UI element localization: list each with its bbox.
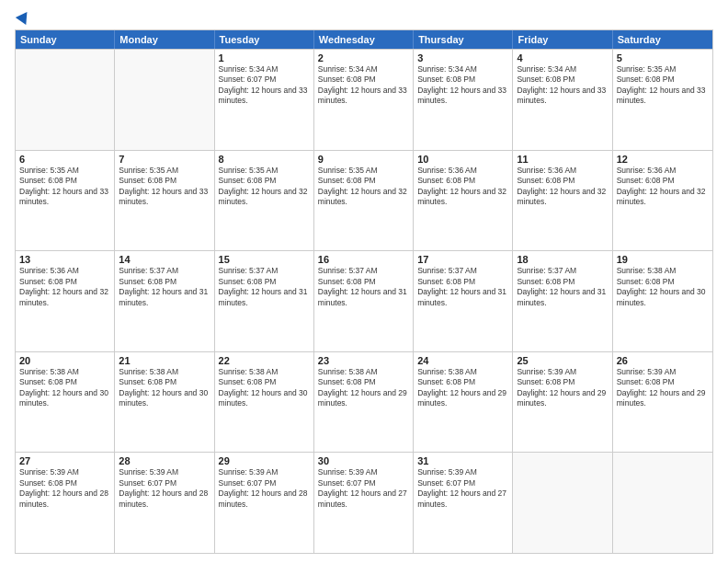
day-number: 6 (19, 154, 110, 165)
cal-cell: 12Sunrise: 5:36 AMSunset: 6:08 PMDayligh… (613, 151, 712, 251)
cal-cell: 11Sunrise: 5:36 AMSunset: 6:08 PMDayligh… (513, 151, 612, 251)
page: SundayMondayTuesdayWednesdayThursdayFrid… (0, 0, 728, 563)
cell-info: Sunrise: 5:39 AMSunset: 6:08 PMDaylight:… (617, 367, 709, 409)
cal-week-4: 20Sunrise: 5:38 AMSunset: 6:08 PMDayligh… (16, 351, 712, 453)
day-number: 11 (517, 154, 608, 165)
cal-header-sunday: Sunday (16, 30, 115, 49)
day-number: 9 (318, 154, 409, 165)
day-number: 14 (119, 254, 210, 265)
day-number: 29 (219, 455, 310, 466)
cal-cell: 22Sunrise: 5:38 AMSunset: 6:08 PMDayligh… (215, 352, 314, 453)
day-number: 13 (19, 254, 110, 265)
day-number: 28 (119, 455, 210, 466)
cal-header-tuesday: Tuesday (215, 30, 314, 49)
cal-header-monday: Monday (115, 30, 214, 49)
day-number: 10 (417, 154, 508, 165)
cell-info: Sunrise: 5:38 AMSunset: 6:08 PMDaylight:… (617, 266, 709, 308)
cell-info: Sunrise: 5:38 AMSunset: 6:08 PMDaylight:… (119, 367, 210, 409)
day-number: 2 (318, 52, 409, 63)
cell-info: Sunrise: 5:37 AMSunset: 6:08 PMDaylight:… (517, 266, 608, 308)
cell-info: Sunrise: 5:37 AMSunset: 6:08 PMDaylight:… (219, 266, 310, 308)
day-number: 27 (19, 455, 110, 466)
cal-cell (115, 50, 214, 150)
cal-header-saturday: Saturday (613, 30, 712, 49)
cal-cell: 23Sunrise: 5:38 AMSunset: 6:08 PMDayligh… (314, 352, 414, 453)
cell-info: Sunrise: 5:39 AMSunset: 6:08 PMDaylight:… (19, 467, 110, 510)
day-number: 21 (119, 355, 210, 366)
cell-info: Sunrise: 5:36 AMSunset: 6:08 PMDaylight:… (19, 266, 110, 308)
cal-cell: 18Sunrise: 5:37 AMSunset: 6:08 PMDayligh… (513, 251, 612, 351)
cell-info: Sunrise: 5:35 AMSunset: 6:08 PMDaylight:… (318, 166, 409, 208)
cal-cell: 3Sunrise: 5:34 AMSunset: 6:08 PMDaylight… (414, 50, 513, 150)
calendar-header-row: SundayMondayTuesdayWednesdayThursdayFrid… (16, 30, 712, 49)
calendar: SundayMondayTuesdayWednesdayThursdayFrid… (15, 29, 713, 554)
cal-header-thursday: Thursday (414, 30, 513, 49)
cal-cell: 1Sunrise: 5:34 AMSunset: 6:07 PMDaylight… (215, 50, 314, 150)
cell-info: Sunrise: 5:38 AMSunset: 6:08 PMDaylight:… (219, 367, 310, 409)
cell-info: Sunrise: 5:36 AMSunset: 6:08 PMDaylight:… (417, 166, 508, 208)
day-number: 30 (318, 455, 409, 466)
cal-week-2: 6Sunrise: 5:35 AMSunset: 6:08 PMDaylight… (16, 150, 712, 251)
cell-info: Sunrise: 5:39 AMSunset: 6:08 PMDaylight:… (517, 367, 608, 409)
cal-cell: 4Sunrise: 5:34 AMSunset: 6:08 PMDaylight… (513, 50, 612, 150)
cal-cell: 14Sunrise: 5:37 AMSunset: 6:08 PMDayligh… (115, 251, 214, 351)
cal-cell: 27Sunrise: 5:39 AMSunset: 6:08 PMDayligh… (16, 453, 115, 553)
day-number: 3 (417, 52, 508, 63)
cell-info: Sunrise: 5:37 AMSunset: 6:08 PMDaylight:… (119, 266, 210, 308)
day-number: 25 (517, 355, 608, 366)
cal-cell: 8Sunrise: 5:35 AMSunset: 6:08 PMDaylight… (215, 151, 314, 251)
cal-cell: 5Sunrise: 5:35 AMSunset: 6:08 PMDaylight… (613, 50, 712, 150)
cal-cell (613, 453, 712, 553)
cal-week-5: 27Sunrise: 5:39 AMSunset: 6:08 PMDayligh… (16, 452, 712, 553)
logo (15, 11, 30, 24)
day-number: 19 (617, 254, 709, 265)
cell-info: Sunrise: 5:38 AMSunset: 6:08 PMDaylight:… (19, 367, 110, 409)
cell-info: Sunrise: 5:37 AMSunset: 6:08 PMDaylight:… (417, 266, 508, 308)
cal-cell: 10Sunrise: 5:36 AMSunset: 6:08 PMDayligh… (414, 151, 513, 251)
cal-cell: 2Sunrise: 5:34 AMSunset: 6:08 PMDaylight… (314, 50, 414, 150)
cal-cell: 31Sunrise: 5:39 AMSunset: 6:07 PMDayligh… (414, 453, 513, 553)
day-number: 24 (417, 355, 508, 366)
cal-cell: 17Sunrise: 5:37 AMSunset: 6:08 PMDayligh… (414, 251, 513, 351)
day-number: 22 (219, 355, 310, 366)
cell-info: Sunrise: 5:35 AMSunset: 6:08 PMDaylight:… (119, 166, 210, 208)
cal-cell (513, 453, 612, 553)
cal-week-3: 13Sunrise: 5:36 AMSunset: 6:08 PMDayligh… (16, 250, 712, 351)
cell-info: Sunrise: 5:36 AMSunset: 6:08 PMDaylight:… (517, 166, 608, 208)
cell-info: Sunrise: 5:34 AMSunset: 6:08 PMDaylight:… (318, 64, 409, 107)
day-number: 1 (219, 52, 310, 63)
cal-cell: 21Sunrise: 5:38 AMSunset: 6:08 PMDayligh… (115, 352, 214, 453)
cell-info: Sunrise: 5:39 AMSunset: 6:07 PMDaylight:… (417, 467, 508, 510)
cal-cell: 16Sunrise: 5:37 AMSunset: 6:08 PMDayligh… (314, 251, 414, 351)
cell-info: Sunrise: 5:39 AMSunset: 6:07 PMDaylight:… (219, 467, 310, 510)
day-number: 5 (617, 52, 709, 63)
cal-cell: 28Sunrise: 5:39 AMSunset: 6:07 PMDayligh… (115, 453, 214, 553)
cell-info: Sunrise: 5:35 AMSunset: 6:08 PMDaylight:… (219, 166, 310, 208)
cell-info: Sunrise: 5:38 AMSunset: 6:08 PMDaylight:… (318, 367, 409, 409)
day-number: 18 (517, 254, 608, 265)
cal-cell: 6Sunrise: 5:35 AMSunset: 6:08 PMDaylight… (16, 151, 115, 251)
cal-week-1: 1Sunrise: 5:34 AMSunset: 6:07 PMDaylight… (16, 49, 712, 150)
cal-header-wednesday: Wednesday (314, 30, 414, 49)
day-number: 7 (119, 154, 210, 165)
cal-cell: 20Sunrise: 5:38 AMSunset: 6:08 PMDayligh… (16, 352, 115, 453)
day-number: 12 (617, 154, 709, 165)
day-number: 17 (417, 254, 508, 265)
cal-cell (16, 50, 115, 150)
header (15, 11, 713, 24)
day-number: 16 (318, 254, 409, 265)
cell-info: Sunrise: 5:34 AMSunset: 6:08 PMDaylight:… (517, 64, 608, 107)
cal-cell: 29Sunrise: 5:39 AMSunset: 6:07 PMDayligh… (215, 453, 314, 553)
day-number: 31 (417, 455, 508, 466)
day-number: 15 (219, 254, 310, 265)
cal-cell: 25Sunrise: 5:39 AMSunset: 6:08 PMDayligh… (513, 352, 612, 453)
cell-info: Sunrise: 5:34 AMSunset: 6:08 PMDaylight:… (417, 64, 508, 107)
cell-info: Sunrise: 5:35 AMSunset: 6:08 PMDaylight:… (617, 64, 709, 107)
cal-cell: 19Sunrise: 5:38 AMSunset: 6:08 PMDayligh… (613, 251, 712, 351)
day-number: 4 (517, 52, 608, 63)
cal-cell: 9Sunrise: 5:35 AMSunset: 6:08 PMDaylight… (314, 151, 414, 251)
day-number: 8 (219, 154, 310, 165)
cal-header-friday: Friday (513, 30, 612, 49)
cal-cell: 26Sunrise: 5:39 AMSunset: 6:08 PMDayligh… (613, 352, 712, 453)
cell-info: Sunrise: 5:35 AMSunset: 6:08 PMDaylight:… (19, 166, 110, 208)
